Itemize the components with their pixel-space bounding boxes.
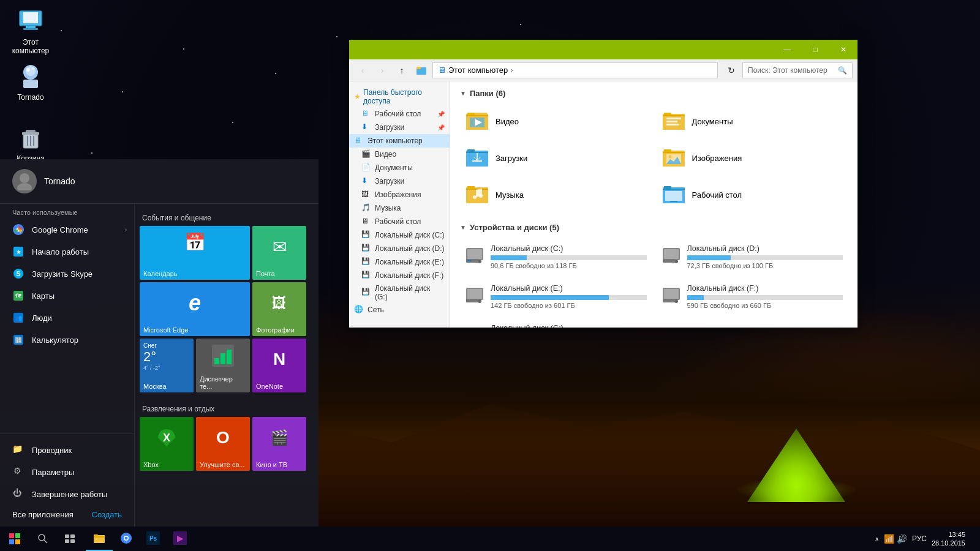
tile-office[interactable]: O Улучшите св... — [196, 417, 250, 471]
calc-label: Калькулятор — [32, 335, 78, 345]
sidebar-docs[interactable]: 📄 Документы — [349, 161, 450, 174]
start-item-skype[interactable]: S Загрузить Skype — [0, 263, 134, 285]
start-item-calc[interactable]: 🔢 Калькулятор — [0, 329, 134, 351]
svg-rect-70 — [466, 299, 478, 302]
svg-point-52 — [479, 194, 483, 198]
sidebar-disk-g[interactable]: 💾 Локальный диск (G:) — [349, 282, 450, 303]
minimize-button[interactable]: — — [773, 40, 801, 59]
search-bar[interactable]: Поиск: Этот компьютер 🔍 — [742, 62, 853, 78]
disk-g[interactable]: Локальный диск (G:) 111 ГБ свободно из 5… — [460, 319, 652, 328]
tile-xbox[interactable]: X Xbox — [140, 417, 194, 471]
docs-label: Документы — [375, 163, 413, 172]
svg-rect-68 — [467, 289, 482, 299]
start-settings[interactable]: ⚙ Параметры — [0, 461, 134, 483]
disks-grid: Локальный диск (C:) 90,6 ГБ свободно из … — [460, 239, 848, 328]
start-user[interactable]: Tornado — [0, 159, 318, 204]
disk-e[interactable]: Локальный диск (E:) 142 ГБ свободно из 6… — [460, 279, 652, 314]
sidebar-images[interactable]: 🖼 Изображения — [349, 188, 450, 201]
chrome-arrow: › — [125, 227, 127, 233]
all-apps-label[interactable]: Все приложения — [12, 510, 74, 519]
quick-access-header[interactable]: ★ Панель быстрого доступа — [349, 86, 450, 107]
start-shutdown[interactable]: ⏻ Завершение работы — [0, 483, 134, 505]
tray-network-icon: 📶 — [884, 534, 894, 544]
back-button[interactable]: ‹ — [354, 62, 371, 79]
sidebar-this-pc[interactable]: 🖥 Этот компьютер — [349, 134, 450, 148]
desktop-sub-label: Рабочий стол — [375, 217, 421, 226]
close-button[interactable]: ✕ — [829, 40, 858, 59]
disk-e-name: Локальный диск (E:) — [491, 284, 647, 293]
sidebar-music[interactable]: 🎵 Музыка — [349, 201, 450, 215]
disk-d-name: Локальный диск (D:) — [687, 244, 843, 253]
sidebar-disk-d[interactable]: 💾 Локальный диск (D:) — [349, 242, 450, 255]
forward-button[interactable]: › — [374, 62, 391, 79]
tray-clock[interactable]: 13:45 28.10.2015 — [932, 530, 970, 548]
refresh-button[interactable]: ↻ — [723, 62, 740, 79]
taskbar-running-apps: Ps ▶ — [83, 527, 481, 551]
disk-d[interactable]: Локальный диск (D:) 72,3 ГБ свободно из … — [657, 239, 848, 274]
desktop-qs-label: Рабочий стол — [375, 110, 421, 118]
folder-video[interactable]: Видео — [460, 105, 652, 137]
tile-weather[interactable]: Снег 2° 4° / -2° Москва — [140, 339, 194, 392]
folders-section-header[interactable]: ▼ Папки (6) — [460, 89, 848, 98]
sidebar-disk-f[interactable]: 💾 Локальный диск (F:) — [349, 269, 450, 282]
sidebar-disk-e[interactable]: 💾 Локальный диск (E:) — [349, 255, 450, 269]
desktop-icon-this-computer[interactable]: Этот компьютер — [6, 6, 55, 56]
chrome-icon — [12, 223, 24, 236]
tile-calendar[interactable]: 📅 Календарь — [140, 226, 250, 280]
start-button[interactable] — [0, 527, 29, 551]
taskbar-media[interactable]: ▶ — [167, 527, 194, 551]
taskbar-chrome[interactable] — [113, 527, 140, 551]
svg-rect-87 — [65, 539, 69, 543]
sidebar-desktop-qs[interactable]: 🖥 Рабочий стол 📌 — [349, 107, 450, 121]
sidebar-disk-c[interactable]: 💾 Локальный диск (C:) — [349, 228, 450, 242]
address-bar[interactable]: 🖥 Этот компьютер › — [432, 62, 718, 78]
tile-photos[interactable]: 🖼 Фотографии — [252, 282, 306, 336]
disk-c-icon: 💾 — [361, 230, 371, 240]
start-item-chrome[interactable]: Google Chrome › — [0, 219, 134, 241]
maximize-button[interactable]: □ — [801, 40, 829, 59]
desktop-icon-recycle-bin[interactable]: Корзина — [6, 122, 55, 163]
tray-lang[interactable]: РУС — [912, 534, 927, 543]
username-label: Tornado — [44, 176, 75, 186]
start-item-people[interactable]: 👥 Люди — [0, 307, 134, 329]
start-item-getstarted[interactable]: ★ Начало работы — [0, 241, 134, 263]
tile-mail[interactable]: ✉ Почта — [252, 226, 306, 280]
calc-icon: 🔢 — [12, 334, 24, 346]
frequent-label: Часто используемые — [0, 204, 134, 219]
sidebar-downloads-qs[interactable]: ⬇ Загрузки 📌 — [349, 121, 450, 134]
tile-movies[interactable]: 🎬 Кино и ТВ — [252, 417, 306, 471]
svg-rect-66 — [663, 259, 675, 263]
folder-downloads[interactable]: Загрузки — [460, 142, 652, 174]
tile-taskmanager[interactable]: Диспетчер те... — [196, 339, 250, 392]
weather-tile-label: Москва — [140, 380, 194, 392]
sidebar-desktop-sub[interactable]: 🖥 Рабочий стол — [349, 215, 450, 228]
disk-c[interactable]: Локальный диск (C:) 90,6 ГБ свободно из … — [460, 239, 652, 274]
folder-docs[interactable]: Документы — [657, 105, 848, 137]
disk-f[interactable]: Локальный диск (F:) 590 ГБ свободно из 6… — [657, 279, 848, 314]
start-explorer[interactable]: 📁 Проводник — [0, 439, 134, 461]
system-tray: ∧ 📶 🔊 РУС 13:45 28.10.2015 — [875, 530, 980, 548]
task-view-button[interactable] — [56, 527, 83, 551]
up-button[interactable]: ↑ — [393, 62, 410, 79]
disk-f-name: Локальный диск (F:) — [687, 284, 843, 293]
start-item-maps[interactable]: 🗺 Карты — [0, 285, 134, 307]
create-label[interactable]: Создать — [92, 510, 122, 519]
tile-edge[interactable]: e Microsoft Edge — [140, 282, 250, 336]
disk-e-label: Локальный диск (E:) — [375, 258, 444, 266]
devices-section-header[interactable]: ▼ Устройства и диски (5) — [460, 223, 848, 232]
taskbar-explorer[interactable] — [86, 527, 113, 551]
sidebar-downloads[interactable]: ⬇ Загрузки — [349, 174, 450, 188]
tray-expand[interactable]: ∧ — [875, 536, 879, 542]
taskbar-search[interactable] — [29, 527, 56, 551]
tiles-area: События и общение 📅 Календарь ✉ — [135, 204, 318, 527]
sidebar-network[interactable]: 🌐 Сеть — [349, 303, 450, 317]
folder-images[interactable]: Изображения — [657, 142, 848, 174]
tile-onenote[interactable]: N OneNote — [252, 339, 306, 392]
desktop-sub-icon: 🖥 — [361, 217, 371, 227]
folder-music[interactable]: Музыка — [460, 179, 652, 211]
disk-d-icon: 💾 — [361, 244, 371, 253]
taskbar-photoshop[interactable]: Ps — [140, 527, 167, 551]
folder-desktop[interactable]: Рабочий стол — [657, 179, 848, 211]
sidebar-video[interactable]: 🎬 Видео — [349, 148, 450, 161]
desktop-icon-tornado[interactable]: Tornado — [6, 61, 55, 102]
